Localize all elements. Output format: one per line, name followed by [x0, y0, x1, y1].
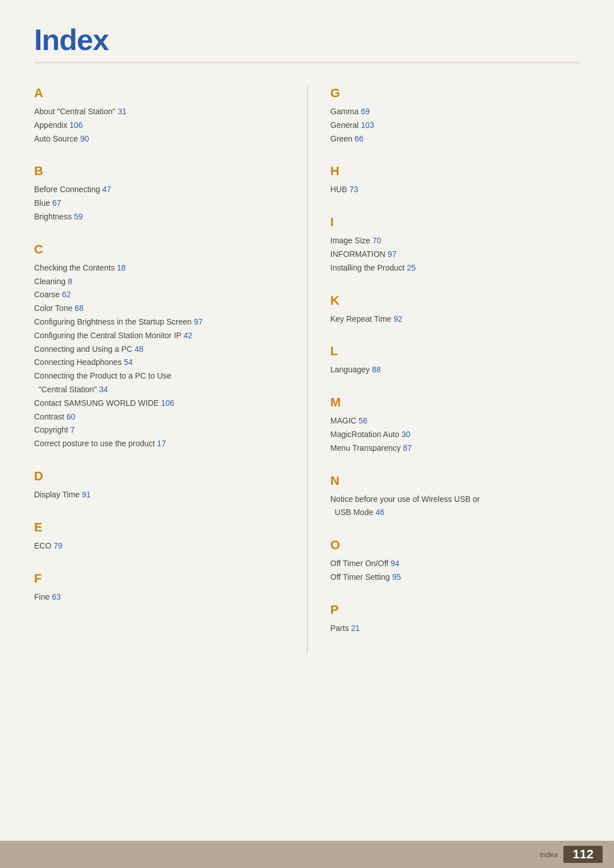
index-entry: Contrast 60 — [34, 410, 284, 424]
index-entry: Brightness 59 — [34, 210, 284, 224]
index-entry: Contact SAMSUNG WORLD WIDE 106 — [34, 397, 284, 410]
page-number: 67 — [52, 198, 61, 207]
index-entry: Display Time 91 — [34, 488, 284, 502]
page-number: 70 — [372, 236, 381, 245]
page-number: 69 — [361, 107, 370, 116]
index-entry: Languagey 88 — [330, 363, 580, 377]
index-section: HHUB 73 — [330, 164, 580, 197]
page-number: 97 — [194, 317, 203, 326]
page-number: 21 — [351, 624, 360, 633]
page-number: 91 — [82, 490, 91, 499]
index-section: FFine 63 — [34, 571, 284, 604]
index-entry: INFORMATION 97 — [330, 248, 580, 261]
index-entry: Green 66 — [330, 132, 580, 146]
section-letter: A — [34, 86, 284, 101]
section-letter: L — [330, 344, 580, 359]
section-letter: M — [330, 395, 580, 410]
left-column: AAbout "Central Station" 31Appendix 106A… — [34, 86, 307, 654]
index-entry: Coarse 62 — [34, 288, 284, 302]
index-entry: Parts 21 — [330, 622, 580, 636]
page-number: 48 — [135, 344, 144, 354]
index-section: LLanguagey 88 — [330, 344, 580, 377]
index-entry: Appendix 106 — [34, 119, 284, 132]
index-entry: Checking the Contents 18 — [34, 261, 284, 275]
page-number: 79 — [53, 541, 63, 550]
footer-label: Index — [540, 850, 558, 859]
page-number: 92 — [393, 314, 403, 323]
index-entry: Notice before your use of Wireless USB o… — [330, 493, 580, 520]
page-container: Index AAbout "Central Station" 31Appendi… — [0, 0, 614, 868]
page-number: 54 — [124, 358, 133, 367]
index-entry: About "Central Station" 31 — [34, 105, 284, 119]
index-entry: General 103 — [330, 119, 580, 132]
index-entry: ECO 79 — [34, 539, 284, 553]
index-section: PParts 21 — [330, 603, 580, 636]
title-divider — [34, 63, 580, 63]
index-entry: Cleaning 8 — [34, 275, 284, 289]
index-section: MMAGIC 56MagicRotation Auto 30Menu Trans… — [330, 395, 580, 455]
section-letter: P — [330, 603, 580, 617]
index-entry: Correct posture to use the product 17 — [34, 437, 284, 451]
page-number: 66 — [355, 134, 364, 143]
section-letter: H — [330, 164, 580, 178]
index-entry: Fine 63 — [34, 591, 284, 604]
index-entry: Image Size 70 — [330, 234, 580, 248]
section-letter: D — [34, 469, 284, 484]
section-letter: K — [330, 293, 580, 308]
index-section: IImage Size 70INFORMATION 97Installing t… — [330, 215, 580, 275]
index-section: NNotice before your use of Wireless USB … — [330, 474, 580, 520]
section-letter: O — [330, 538, 580, 553]
page-number: 106 — [161, 398, 174, 408]
index-entry: HUB 73 — [330, 183, 580, 197]
index-columns: AAbout "Central Station" 31Appendix 106A… — [34, 86, 580, 654]
index-section: CChecking the Contents 18Cleaning 8Coars… — [34, 242, 284, 451]
index-entry: Configuring the Central Station Monitor … — [34, 329, 284, 343]
page-number: 62 — [62, 290, 71, 299]
index-entry: Connecting the Product to a PC to Use "C… — [34, 369, 284, 397]
index-section: AAbout "Central Station" 31Appendix 106A… — [34, 86, 284, 146]
page-number: 30 — [401, 430, 410, 439]
section-letter: G — [330, 86, 580, 101]
page-number: 106 — [69, 121, 82, 130]
index-section: BBefore Connecting 47Blue 67Brightness 5… — [34, 164, 284, 223]
page-number: 68 — [74, 304, 84, 313]
page-number: 60 — [67, 412, 76, 421]
index-section: GGamma 69General 103Green 66 — [330, 86, 580, 146]
index-entry: Before Connecting 47 — [34, 183, 284, 197]
page-number: 18 — [117, 263, 126, 272]
page-number: 63 — [52, 592, 61, 601]
index-entry: Installing the Product 25 — [330, 261, 580, 275]
section-letter: B — [34, 164, 284, 178]
section-letter: N — [330, 474, 580, 488]
index-entry: MagicRotation Auto 30 — [330, 428, 580, 442]
page-number: 94 — [391, 559, 400, 568]
page-number: 34 — [99, 385, 108, 394]
index-entry: Configuring Brightness in the Startup Sc… — [34, 315, 284, 329]
index-entry: Connecting Headphones 54 — [34, 356, 284, 369]
page-number: 46 — [375, 508, 384, 517]
index-entry: Auto Source 90 — [34, 132, 284, 146]
page-number: 7 — [70, 425, 75, 434]
index-section: KKey Repeat Time 92 — [330, 293, 580, 326]
index-entry: MAGIC 56 — [330, 414, 580, 428]
index-entry: Off Timer On/Off 94 — [330, 557, 580, 571]
index-entry: Menu Transparency 87 — [330, 442, 580, 455]
page-number: 90 — [80, 134, 89, 143]
page-title: Index — [34, 23, 580, 57]
page-number: 97 — [388, 250, 397, 259]
page-number: 47 — [102, 185, 111, 194]
page-number: 56 — [359, 416, 368, 425]
footer: Index 112 — [0, 841, 614, 868]
page-number: 73 — [349, 185, 358, 194]
index-section: OOff Timer On/Off 94Off Timer Setting 95 — [330, 538, 580, 584]
section-letter: F — [34, 571, 284, 586]
index-entry: Copyright 7 — [34, 423, 284, 437]
index-entry: Color Tone 68 — [34, 302, 284, 315]
index-section: DDisplay Time 91 — [34, 469, 284, 502]
page-number: 42 — [184, 331, 193, 340]
section-letter: I — [330, 215, 580, 230]
page-number: 59 — [74, 212, 83, 221]
footer-page-number: 112 — [563, 846, 603, 863]
page-number: 25 — [407, 263, 416, 272]
section-letter: C — [34, 242, 284, 257]
